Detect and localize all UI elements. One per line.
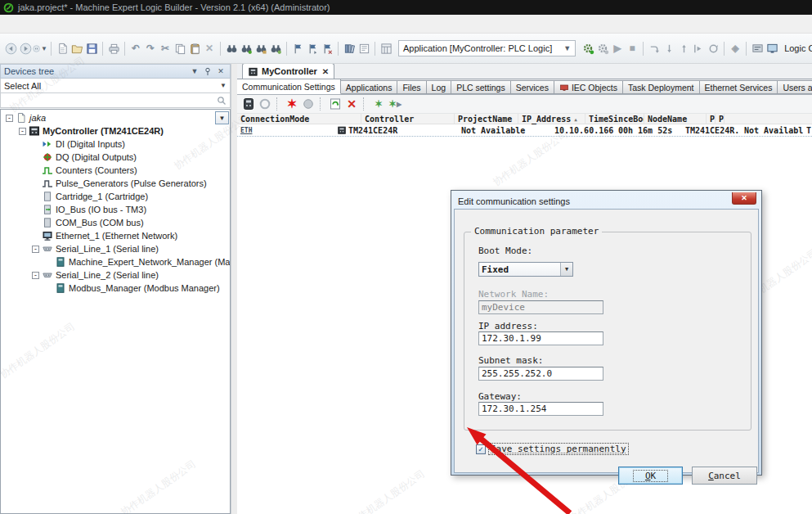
tree-item[interactable]: DI (Digital Inputs): [1, 138, 230, 151]
close-icon[interactable]: ✕: [215, 66, 227, 77]
flow-control-icon[interactable]: [750, 41, 765, 56]
tree-item[interactable]: - Serial_Line_1 (Serial line): [1, 242, 230, 255]
document-tab-mycontroller[interactable]: MyController ✕: [242, 64, 334, 79]
tree-item[interactable]: Machine_Expert_Network_Manager (Machine …: [1, 255, 230, 268]
table-column-header[interactable]: ProjectName: [455, 114, 518, 124]
step-into-icon[interactable]: [662, 41, 676, 56]
tree-item[interactable]: - MyController (TM241CE24R): [1, 124, 230, 138]
cut-icon[interactable]: ✂: [158, 41, 173, 56]
single-cycle-icon[interactable]: [706, 41, 720, 56]
cancel-button[interactable]: Cancel: [692, 467, 757, 485]
replace-project-icon[interactable]: [268, 41, 283, 56]
back-icon[interactable]: [3, 41, 18, 56]
bookmark-icon[interactable]: [290, 41, 305, 56]
menu-item[interactable]: [20, 21, 34, 26]
clear-icon[interactable]: ✕: [343, 96, 360, 112]
settings-tab[interactable]: Ethernet Services: [700, 80, 778, 94]
library-icon[interactable]: [342, 41, 357, 56]
connection-mode-link[interactable]: ETH: [240, 127, 252, 134]
quick-replace-icon[interactable]: [239, 41, 253, 56]
pin-icon[interactable]: [202, 66, 213, 77]
reset-icon[interactable]: ◈: [728, 41, 742, 56]
refresh-icon[interactable]: [327, 96, 343, 112]
tree-expander[interactable]: -: [32, 272, 39, 279]
menu-item[interactable]: [137, 21, 152, 26]
save-icon[interactable]: [84, 41, 99, 56]
stop-icon[interactable]: ■: [625, 41, 639, 56]
menu-item[interactable]: [5, 21, 20, 26]
dialog-titlebar[interactable]: Edit communication settings ✕: [454, 193, 759, 209]
tree-item[interactable]: IO_Bus (IO bus - TM3): [1, 203, 230, 216]
tree-item[interactable]: COM_Bus (COM bus): [1, 216, 230, 229]
settings-tab[interactable]: Files: [397, 80, 426, 94]
tree-expander[interactable]: -: [19, 128, 26, 135]
star-go-icon[interactable]: ✶▶: [387, 96, 403, 112]
table-column-header[interactable]: IP_Address: [518, 114, 585, 124]
login-icon[interactable]: [581, 41, 595, 56]
settings-tab[interactable]: IEC Objects: [554, 80, 623, 94]
logout-icon[interactable]: [595, 41, 610, 56]
boot-mode-select[interactable]: Fixed ▼: [478, 262, 573, 277]
settings-tab[interactable]: Task Deployment: [623, 80, 700, 94]
star-icon[interactable]: ✶: [370, 96, 387, 112]
paste-icon[interactable]: [187, 41, 202, 56]
table-row[interactable]: ETH TM241CE24R Not Available 10.10.60.16…: [237, 124, 812, 137]
tree-item[interactable]: - jaka: [1, 111, 230, 124]
copy-icon[interactable]: [173, 41, 187, 56]
settings-tab[interactable]: Communication Settings: [237, 79, 341, 94]
table-column-header[interactable]: ConnectionMode: [237, 114, 361, 124]
ip-address-field[interactable]: 172.30.1.99: [478, 331, 603, 345]
tree-item[interactable]: Cartridge_1 (Cartridge): [1, 190, 230, 203]
tree-expander[interactable]: -: [32, 246, 39, 253]
devices-filter-select[interactable]: Select All ▼: [0, 79, 231, 93]
run-to-line-icon[interactable]: [691, 41, 706, 56]
step-over-icon[interactable]: [647, 41, 662, 56]
menu-item[interactable]: [123, 21, 137, 26]
search-project-icon[interactable]: [253, 41, 268, 56]
table-column-header[interactable]: TimeSinceBoot: [585, 114, 644, 124]
subnet-mask-field[interactable]: 255.255.252.0: [478, 367, 603, 381]
menu-item[interactable]: [79, 21, 93, 26]
tree-item[interactable]: DQ (Digital Outputs): [1, 151, 230, 164]
input-assistant-icon[interactable]: [357, 41, 371, 56]
gateway-field[interactable]: 172.30.1.254: [478, 402, 603, 416]
table-column-header[interactable]: ProjectAuthor: [707, 114, 716, 124]
tree-item[interactable]: Ethernet_1 (Ethernet Network): [1, 229, 230, 242]
redo-icon[interactable]: ↷: [143, 41, 158, 56]
close-tab-icon[interactable]: ✕: [322, 67, 329, 76]
settings-tab[interactable]: Users and Groups: [778, 80, 812, 94]
undo-icon[interactable]: ↶: [128, 41, 143, 56]
settings-tab[interactable]: PLC settings: [451, 80, 511, 94]
settings-tab[interactable]: Services: [511, 80, 554, 94]
dialog-close-button[interactable]: ✕: [732, 192, 756, 205]
wink-icon[interactable]: [300, 96, 316, 112]
start-icon[interactable]: ▶: [610, 41, 625, 56]
table-column-header[interactable]: Controller: [361, 114, 455, 124]
gateway-icon[interactable]: [240, 96, 257, 112]
bookmark-clear-icon[interactable]: [320, 41, 334, 56]
menu-item[interactable]: [108, 21, 123, 26]
table-column-header[interactable]: NodeName: [644, 114, 707, 124]
tree-item[interactable]: Pulse_Generators (Pulse Generators): [1, 177, 230, 190]
tree-item[interactable]: Counters (Counters): [1, 164, 230, 177]
open-file-icon[interactable]: [70, 41, 84, 56]
settings-tab[interactable]: Log: [427, 80, 452, 94]
blink-icon[interactable]: ✶: [284, 96, 300, 112]
step-out-icon[interactable]: [676, 41, 691, 56]
save-settings-checkbox[interactable]: ✓: [476, 444, 486, 454]
menu-item[interactable]: [64, 21, 79, 26]
settings-tab[interactable]: Applications: [341, 80, 398, 94]
netscan-icon[interactable]: [257, 96, 273, 112]
tree-item[interactable]: Modbus_Manager (Modbus Manager): [1, 282, 230, 295]
menu-item[interactable]: [93, 21, 108, 26]
menu-item[interactable]: [49, 21, 64, 26]
device-screen-icon[interactable]: [765, 41, 779, 56]
print-icon[interactable]: [106, 41, 121, 56]
panel-splitter[interactable]: [231, 64, 237, 514]
new-file-icon[interactable]: [55, 41, 70, 56]
delete-icon[interactable]: ✕: [202, 41, 217, 56]
ok-button[interactable]: OK: [618, 467, 683, 485]
save-settings-label[interactable]: Save settings permanently: [489, 444, 628, 454]
bookmark-next-icon[interactable]: [305, 41, 320, 56]
devices-search-input[interactable]: [4, 96, 217, 106]
